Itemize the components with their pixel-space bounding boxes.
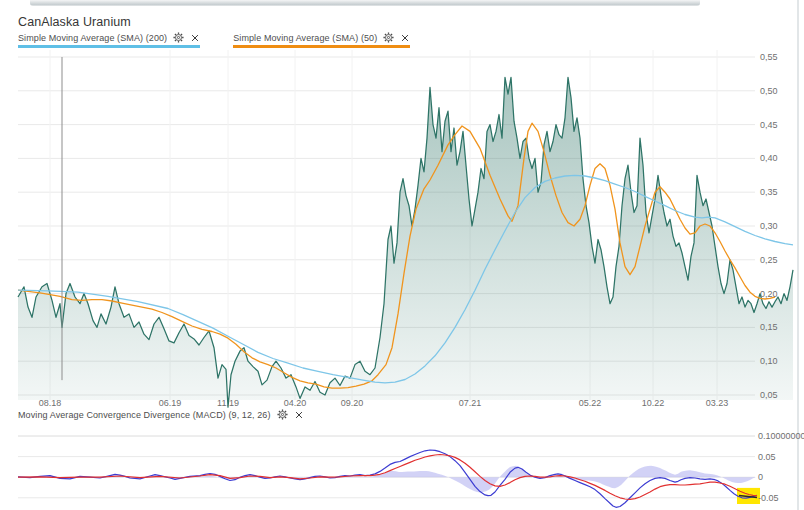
- stock-chart-widget: CanAlaska Uranium Simple Moving Average …: [0, 0, 804, 510]
- indicator-macd: Moving Average Convergence Divergence (M…: [18, 409, 304, 420]
- indicator-macd-label: Moving Average Convergence Divergence (M…: [18, 410, 271, 420]
- price-and-macd-chart-canvas[interactable]: [0, 0, 804, 510]
- close-icon[interactable]: [294, 410, 304, 420]
- gear-icon[interactable]: [277, 409, 288, 420]
